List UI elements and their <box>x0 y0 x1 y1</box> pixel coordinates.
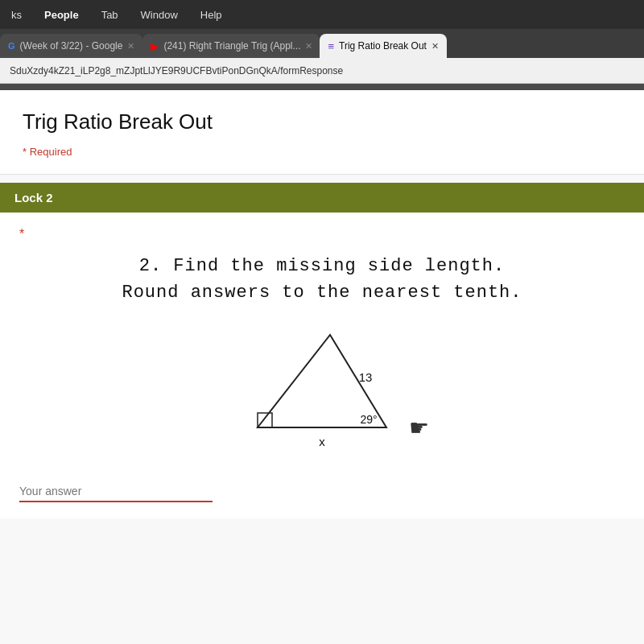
tab-label: Trig Ratio Break Out <box>339 40 427 52</box>
tab-forms[interactable]: ≡ Trig Ratio Break Out ✕ <box>320 34 447 58</box>
form-header: Trig Ratio Break Out * Required <box>0 84 644 175</box>
angle-label: 29° <box>360 413 377 426</box>
menu-help[interactable]: Help <box>196 6 227 24</box>
tab-google[interactable]: G (Week of 3/22) - Google ✕ <box>0 34 142 58</box>
tab-youtube[interactable]: ▶ (241) Right Triangle Trig (Appl... ✕ <box>142 34 320 58</box>
required-star: * <box>19 227 625 242</box>
question-line1: 2. Find the missing side length. Round a… <box>122 253 522 306</box>
menubar: ks People Tab Window Help <box>0 0 644 29</box>
answer-section <box>0 478 644 518</box>
cursor-icon: ☛ <box>409 415 429 440</box>
content-area: Trig Ratio Break Out * Required Lock 2 *… <box>0 84 644 644</box>
tab-close-forms[interactable]: ✕ <box>431 41 439 52</box>
hyp-label: 13 <box>359 370 373 384</box>
answer-input[interactable] <box>19 481 213 502</box>
menu-ks[interactable]: ks <box>6 6 27 24</box>
required-label: * Required <box>23 146 621 158</box>
tab-label: (Week of 3/22) - Google <box>20 40 123 52</box>
triangle-diagram: 13 29° x ☛ <box>193 311 451 456</box>
base-label: x <box>319 435 325 448</box>
addressbar: SduXzdy4kZ21_iLP2g8_mZJptLlJYE9R9UCFBvti… <box>0 58 644 84</box>
tab-label: (241) Right Triangle Trig (Appl... <box>163 40 300 52</box>
tabbar: G (Week of 3/22) - Google ✕ ▶ (241) Righ… <box>0 29 644 58</box>
tab-close-google[interactable]: ✕ <box>127 41 134 52</box>
google-icon: G <box>8 41 15 51</box>
menu-tab[interactable]: Tab <box>97 6 123 24</box>
forms-icon: ≡ <box>328 40 334 52</box>
question-image: 2. Find the missing side length. Round a… <box>19 245 625 470</box>
url-text: SduXzdy4kZ21_iLP2g8_mZJptLlJYE9R9UCFBvti… <box>10 65 343 76</box>
section-card: Lock 2 * 2. Find the missing side length… <box>0 183 644 518</box>
triangle-svg: 13 29° x ☛ <box>193 311 451 456</box>
menu-window[interactable]: Window <box>136 6 183 24</box>
form-title: Trig Ratio Break Out <box>23 109 621 134</box>
menu-people[interactable]: People <box>39 6 84 24</box>
section-header: Lock 2 <box>0 183 644 213</box>
youtube-icon: ▶ <box>151 40 159 52</box>
tab-close-youtube[interactable]: ✕ <box>305 41 312 52</box>
question-area: * 2. Find the missing side length. Round… <box>0 213 644 478</box>
